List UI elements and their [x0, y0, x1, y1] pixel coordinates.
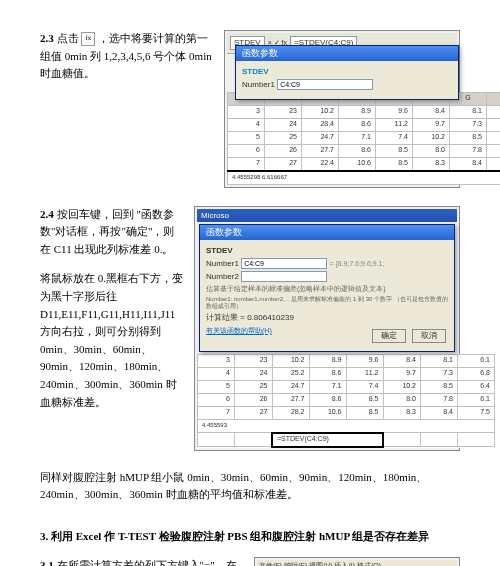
step-3-1-num: 3.1 — [40, 559, 54, 566]
screenshot-1: STDEV × ✓ fx =STDEV(C4:C9) 函数参数 STDEV Nu… — [224, 30, 460, 188]
step-2-3-num: 2.3 — [40, 32, 54, 44]
step-2-4b-text: 将鼠标放在 0.黑框右下方，变为黑十字形后往 D11,E11,F11,G11,H… — [40, 270, 184, 411]
fx-icon: fx — [81, 32, 95, 46]
number2-input[interactable] — [241, 271, 327, 282]
fn-desc: 估算基于给定样本的标准偏差(忽略样本中的逻辑值及文本) — [206, 285, 448, 293]
result-label: 计算结果 = — [206, 313, 245, 322]
cancel-button[interactable]: 取消 — [412, 329, 446, 343]
fn-hint: Number1: number1,number2,... 是用来求解标准偏差的 … — [206, 296, 448, 310]
screenshot-3: 文件(F) 编辑(E) 视图(V) 插入(I) 格式(O) STDEV × ✓ … — [254, 557, 460, 566]
section-3-num: 3. — [40, 530, 48, 542]
arg-label: Number1 — [242, 80, 275, 89]
n1-label: Number1 — [206, 259, 239, 268]
step-2-4-text: 按回车键，回到 "函数参数"对话框，再按"确定"，则在 C11 出现此列标准差 … — [40, 208, 174, 255]
formula-cell: =STDEV(C4:C9) — [272, 433, 383, 447]
fn-name-2: STDEV — [206, 246, 448, 256]
dialog2-title: 函数参数 — [200, 225, 454, 240]
step-3-1-text: 在所需计算方差的列下方键入"="，在Excel 左上方寻找 TTEST — [40, 559, 237, 566]
n2-label: Number2 — [206, 272, 239, 281]
screenshot-2: Microso 函数参数 STDEV Number1 = {8.9;7.6;9.… — [194, 206, 460, 451]
data-grid-1: ABCDEFGH 32310.28.99.68.48.16.1 42428.48… — [227, 92, 500, 185]
help-link[interactable]: 有关该函数的帮助(H) — [206, 327, 272, 335]
step-2-4-num: 2.4 — [40, 208, 54, 220]
menu-bar[interactable]: 文件(F) 编辑(E) 视图(V) 插入(I) 格式(O) — [257, 560, 457, 566]
n1-eq: = {8.9;7.6;9.6;9.1; — [329, 260, 384, 267]
dialog-title: 函数参数 — [236, 46, 458, 61]
number1-input-2[interactable] — [241, 258, 327, 269]
step-2-4c-text: 同样对腹腔注射 hMUP 组小鼠 0min、30min、60min、90min、… — [40, 469, 460, 504]
data-grid-2: 32310.28.99.68.48.16.1 42425.28.611.29.7… — [197, 354, 495, 448]
section-3-title: 利用 Excel 作 T-TEST 检验腹腔注射 PBS 组和腹腔注射 hMUP… — [51, 530, 429, 542]
number1-input[interactable] — [277, 79, 373, 90]
result-value: 0.806410239 — [247, 313, 294, 322]
app-title: Microso — [201, 211, 229, 221]
ok-button[interactable]: 确定 — [372, 329, 406, 343]
step-2-3-text-a: 点击 — [57, 32, 79, 44]
fn-name-label: STDEV — [242, 67, 452, 77]
